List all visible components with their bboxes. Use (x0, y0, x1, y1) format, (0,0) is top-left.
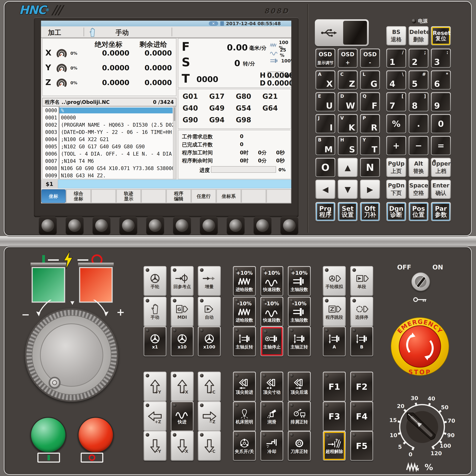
button-chuck-open-close[interactable]: 夹爪开/关 (233, 431, 256, 461)
key-arrow-up[interactable]: ▲ (338, 158, 358, 177)
button-single-block[interactable]: 单段 (350, 266, 373, 296)
button-spindle-override-up[interactable]: +10%主轴段数 (288, 266, 311, 296)
handwheel[interactable] (25, 308, 118, 402)
key-o[interactable]: O (315, 158, 335, 177)
button-jog-plus-x[interactable]: +X (171, 372, 194, 402)
key-1[interactable]: 1/ (386, 49, 406, 68)
button-f1[interactable]: F1 (323, 372, 346, 402)
key-7[interactable]: 7[ (386, 92, 406, 112)
softkey-button-7[interactable] (200, 217, 218, 235)
button-mode-handwheel[interactable]: 手轮 (144, 266, 167, 296)
key-plus[interactable]: + (386, 136, 406, 155)
key-pgdn[interactable]: PgDn下页 (386, 180, 406, 199)
button-coolant[interactable]: 冷却 (260, 431, 283, 461)
key-z[interactable]: ZC (338, 70, 358, 90)
button-jog-minus-z[interactable]: −Z (198, 401, 221, 431)
program-line[interactable]: 0003(DATE=DD-MM-YY - 22 - 06 - 16 TIME=H… (43, 128, 176, 136)
key-upper[interactable]: Upper上档 (431, 158, 451, 177)
button-chip-conveyor[interactable]: 排屑正转 (288, 401, 311, 431)
button-block-skip[interactable]: 程序跳段 (323, 297, 346, 327)
softkey-tab-轨迹显示[interactable]: 轨迹 显示 (116, 189, 141, 203)
key-percent[interactable]: % (386, 114, 406, 134)
button-rapid-override-up[interactable]: +10%快速段数 (260, 266, 283, 296)
key-delete[interactable]: Delete删除 (408, 26, 428, 46)
button-jog-minus-y[interactable]: −Y (144, 431, 167, 461)
key-5[interactable]: 5# (408, 70, 428, 90)
key-6[interactable]: 6* (431, 70, 451, 90)
tab-machining[interactable]: 加工 (48, 28, 61, 37)
softkey-button-10[interactable] (280, 217, 298, 235)
cycle-start-button[interactable] (30, 417, 66, 453)
key-k[interactable]: KV (338, 114, 358, 134)
button-tailstock-jog[interactable]: 顶尖寸动 (260, 372, 283, 402)
softkey-button-2[interactable] (66, 217, 84, 235)
key-u[interactable]: UE (315, 92, 335, 112)
emergency-stop-button[interactable]: EMERGENCY STOP (390, 316, 450, 377)
softkey-button-6[interactable] (173, 217, 191, 235)
program-protect-keyswitch[interactable] (411, 272, 430, 291)
key-oft[interactable]: Oft刀补 (360, 202, 380, 221)
feed-override-dial[interactable]: 051015203040507090100120 (388, 392, 457, 462)
key-m[interactable]: MB (315, 136, 335, 155)
softkey-tab-empty[interactable] (91, 189, 116, 203)
button-mpg-x100[interactable]: x100 (198, 326, 221, 356)
button-f2[interactable]: F2 (350, 372, 373, 402)
key-set[interactable]: Set设置 (338, 202, 358, 221)
key-arrow-left[interactable]: ◀ (315, 180, 335, 199)
close-icon[interactable]: ✕ (209, 21, 218, 26)
key-x[interactable]: XA (315, 70, 335, 90)
key-w[interactable]: WD (338, 92, 358, 112)
button-tool-magazine[interactable]: 刀库正转 (288, 431, 311, 461)
button-feed-override-down[interactable]: -10%进给段数 (233, 297, 256, 327)
button-spindle-cw[interactable]: 主轴正转 (288, 326, 311, 356)
button-spindle-override-down[interactable]: -10%主轴段数 (288, 297, 311, 327)
program-line[interactable]: 0007;N104 T4 M6 (43, 157, 176, 165)
program-line[interactable]: 0002(PROGRAM NAME - HQ063 - DI530 (2.5 D… (43, 121, 176, 128)
button-mode-auto[interactable]: 自动 (198, 297, 221, 327)
button-tailstock-back[interactable]: 顶尖后退 (288, 372, 311, 402)
program-line[interactable]: 0008N106 G0 G90 G54 X10.071 Y73.368 S380… (43, 165, 176, 172)
command-input[interactable] (58, 180, 291, 188)
program-line[interactable]: 0004;N100 G4 X22 G21 (43, 136, 176, 143)
button-mpg-x1[interactable]: x1 (144, 326, 167, 356)
softkey-button-9[interactable] (254, 217, 272, 235)
button-handwheel-sim[interactable]: 手轮模拟 (323, 266, 346, 296)
key-equals[interactable]: = (431, 136, 451, 155)
button-machine-light[interactable]: 机床照明 (233, 401, 256, 431)
button-feed-override-up[interactable]: +10%进给段数 (233, 266, 256, 296)
key-prg[interactable]: Prg程序 (315, 202, 335, 221)
button-spindle-stop[interactable]: 主轴停止 (260, 326, 283, 356)
key-alt[interactable]: Alt替换 (408, 158, 428, 177)
key-dot[interactable]: . (408, 114, 428, 134)
key-r[interactable]: RP (360, 114, 380, 134)
key-pgup[interactable]: PgUp上页 (386, 158, 406, 177)
key-reset[interactable]: Reset复位 (431, 26, 451, 46)
button-jog-plus-z[interactable]: +Z (144, 401, 167, 431)
button-mode-mdi[interactable]: GMDI (171, 297, 194, 327)
button-jog-plus-y[interactable]: +Y (144, 372, 167, 402)
key-i[interactable]: IJ (315, 114, 335, 134)
key-pos[interactable]: Pos位置 (408, 202, 428, 221)
key-f[interactable]: FQ (360, 92, 380, 112)
button-spindle-ccw[interactable]: 主轴反转 (233, 326, 256, 356)
key-arrow-down[interactable]: ▼ (338, 180, 358, 199)
program-line[interactable]: 0009N108 G43 H4 Z2. (43, 172, 176, 179)
softkey-button-5[interactable] (146, 217, 164, 235)
scrollbar[interactable] (173, 107, 176, 179)
button-spindle-a[interactable]: A (323, 326, 346, 356)
key-9[interactable]: 9 (431, 92, 451, 112)
key-3[interactable]: 3: (431, 49, 451, 68)
softkey-tab-坐标系[interactable]: 坐标系 (217, 189, 241, 203)
button-rapid-jog[interactable]: 快进 (171, 401, 194, 431)
key-osd-plus[interactable]: OSD+ (338, 49, 358, 68)
button-jog-minus-c[interactable]: −C (198, 431, 221, 461)
softkey-button-8[interactable] (227, 217, 245, 235)
key-t[interactable]: TY (360, 136, 380, 155)
handwheel-handle[interactable] (49, 377, 60, 389)
button-jog-plus-c[interactable]: +C (198, 372, 221, 402)
key-par[interactable]: Par参数 (431, 202, 451, 221)
key-n[interactable]: N (360, 158, 380, 177)
program-line[interactable]: 0006(TOOL - 4 DIA. OFF. - 4 LE N. - 4 DI… (43, 150, 176, 157)
key-2[interactable]: 2; (408, 49, 428, 68)
key-osd-minus[interactable]: OSD- (360, 49, 380, 68)
